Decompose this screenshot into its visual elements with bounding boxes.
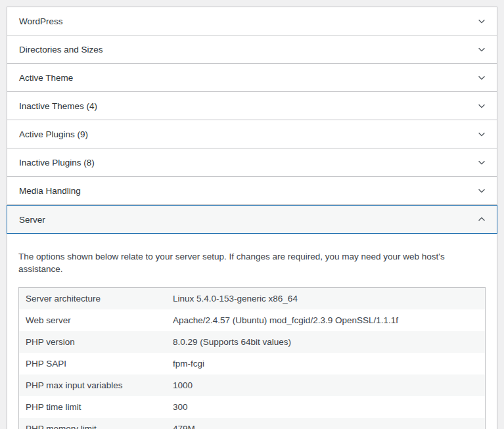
accordion-section-label: Inactive Themes (4)	[19, 101, 477, 111]
accordion-section-heading: Inactive Plugins (8)	[7, 148, 497, 177]
accordion-section-heading: Active Plugins (9)	[7, 120, 497, 148]
chevron-down-icon	[477, 101, 486, 110]
table-cell-value: 1000	[166, 374, 486, 396]
chevron-down-icon	[477, 186, 486, 195]
table-row: Server architecture Linux 5.4.0-153-gene…	[19, 287, 486, 309]
table-row: PHP version 8.0.29 (Supports 64bit value…	[19, 331, 486, 353]
site-health-info-accordion: WordPress Directories and Sizes Active T…	[7, 7, 497, 429]
accordion-section-heading: WordPress	[7, 7, 497, 35]
table-row: PHP max input variables 1000	[19, 374, 486, 396]
table-cell-value: 300	[166, 396, 486, 418]
table-cell-label: Server architecture	[19, 287, 167, 309]
table-cell-value: Apache/2.4.57 (Ubuntu) mod_fcgid/2.3.9 O…	[166, 309, 486, 331]
accordion-section-button[interactable]: Active Theme	[7, 64, 497, 92]
accordion-section-button[interactable]: WordPress	[7, 7, 497, 35]
accordion-section-heading: Active Theme	[7, 64, 497, 92]
table-cell-label: Web server	[19, 309, 167, 331]
accordion-section-heading: Inactive Themes (4)	[7, 92, 497, 120]
accordion-section-label: Directories and Sizes	[19, 45, 477, 55]
server-panel-description: The options shown below relate to your s…	[18, 251, 486, 276]
table-row: PHP time limit 300	[19, 396, 486, 418]
accordion-section-heading: Server	[7, 205, 497, 234]
accordion-section-label: Inactive Plugins (8)	[19, 158, 477, 168]
chevron-down-icon	[477, 16, 486, 26]
table-cell-label: PHP time limit	[19, 396, 167, 418]
chevron-down-icon	[477, 45, 486, 54]
accordion-section-label: Media Handling	[19, 186, 477, 196]
accordion-section-button[interactable]: Inactive Plugins (8)	[7, 148, 497, 177]
table-cell-value: fpm-fcgi	[166, 353, 486, 374]
table-cell-label: PHP max input variables	[19, 374, 167, 396]
accordion-section-button[interactable]: Media Handling	[7, 177, 497, 205]
table-cell-value: 8.0.29 (Supports 64bit values)	[166, 331, 486, 353]
table-row: PHP SAPI fpm-fcgi	[19, 353, 486, 374]
accordion-section-label: Active Plugins (9)	[19, 129, 477, 139]
chevron-up-icon	[477, 215, 486, 224]
table-row: PHP memory limit 479M	[19, 418, 486, 429]
accordion-section-heading: Media Handling	[7, 177, 497, 205]
table-cell-value: 479M	[166, 418, 486, 429]
chevron-down-icon	[477, 73, 486, 82]
accordion-section-button[interactable]: Inactive Themes (4)	[7, 92, 497, 120]
accordion-section-label: Active Theme	[19, 73, 477, 83]
accordion-section-heading: Directories and Sizes	[7, 35, 497, 64]
accordion-section-label: Server	[19, 215, 477, 225]
table-cell-label: PHP memory limit	[19, 418, 167, 429]
chevron-down-icon	[477, 158, 486, 167]
table-row: Web server Apache/2.4.57 (Ubuntu) mod_fc…	[19, 309, 486, 331]
accordion-section-button[interactable]: Directories and Sizes	[7, 35, 497, 64]
table-cell-label: PHP version	[19, 331, 167, 353]
table-cell-label: PHP SAPI	[19, 353, 167, 374]
accordion-section-label: WordPress	[19, 16, 477, 26]
table-cell-value: Linux 5.4.0-153-generic x86_64	[166, 287, 486, 309]
accordion-section-button[interactable]: Active Plugins (9)	[7, 120, 497, 148]
server-info-table: Server architecture Linux 5.4.0-153-gene…	[18, 287, 486, 429]
server-section-panel: The options shown below relate to your s…	[7, 234, 497, 429]
accordion-section-button[interactable]: Server	[7, 205, 497, 234]
chevron-down-icon	[477, 129, 486, 139]
